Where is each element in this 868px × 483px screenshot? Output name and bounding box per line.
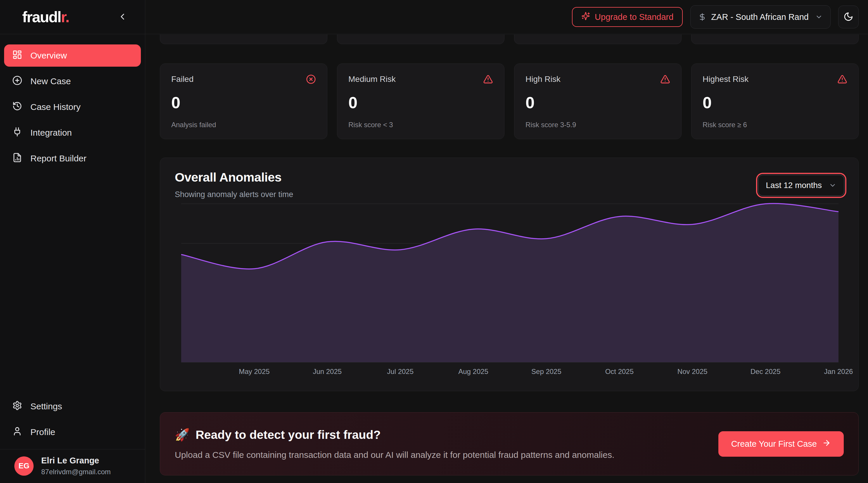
sidebar-item-overview[interactable]: Overview: [4, 44, 141, 67]
chart-title: Overall Anomalies: [175, 170, 281, 184]
user-email: 87elrivdm@gmail.com: [41, 468, 111, 476]
x-axis-tick: Dec 2025: [750, 367, 781, 376]
dashboard-icon: [12, 50, 22, 62]
sidebar-collapse-button[interactable]: [118, 12, 127, 23]
x-axis-labels: May 2025Jun 2025Jul 2025Aug 2025Sep 2025…: [181, 367, 838, 378]
sidebar: fraudlr. Overview New Case Case History: [0, 0, 145, 483]
sidebar-item-label: Integration: [30, 128, 72, 138]
plug-icon: [12, 127, 22, 139]
stat-value: 0: [348, 94, 493, 111]
topbar: Upgrade to Standard ZAR - South African …: [145, 0, 868, 34]
stat-title: Failed: [171, 74, 193, 84]
stat-title: Highest Risk: [703, 74, 748, 84]
sparkles-icon: [581, 12, 590, 23]
warning-triangle-icon: [483, 74, 493, 84]
sidebar-item-report-builder[interactable]: Report Builder: [4, 147, 141, 170]
history-icon: [12, 101, 22, 113]
stat-value: 0: [703, 94, 847, 111]
cut-off-card: [160, 34, 327, 44]
x-axis-tick: May 2025: [239, 367, 270, 376]
cut-off-card: [514, 34, 682, 44]
first-fraud-banner: 🚀 Ready to detect your first fraud? Uplo…: [160, 412, 859, 475]
stat-card-failed: Failed 0 Analysis failed: [160, 63, 327, 139]
stat-card-medium-risk: Medium Risk 0 Risk score < 3: [337, 63, 504, 139]
stat-subtitle: Analysis failed: [171, 121, 316, 129]
cut-off-card-row: [160, 34, 859, 44]
sidebar-item-integration[interactable]: Integration: [4, 122, 141, 144]
sidebar-header: fraudlr.: [0, 0, 145, 34]
create-first-case-label: Create Your First Case: [731, 439, 817, 449]
sidebar-item-new-case[interactable]: New Case: [4, 70, 141, 92]
gear-icon: [12, 400, 22, 413]
stat-title: Medium Risk: [348, 74, 396, 84]
circle-x-icon: [306, 74, 316, 84]
stat-value: 0: [525, 94, 670, 111]
cut-off-card: [691, 34, 859, 44]
x-axis-tick: Jul 2025: [387, 367, 413, 376]
user-profile-row[interactable]: EG Elri Le Grange 87elrivdm@gmail.com: [0, 449, 145, 483]
rocket-emoji: 🚀: [175, 428, 190, 442]
brand-logo-white: fraudl: [22, 8, 61, 25]
time-range-select[interactable]: Last 12 months: [758, 175, 844, 196]
main-content: Failed 0 Analysis failed Medium Risk 0 R…: [145, 34, 868, 483]
user-name: Elri Le Grange: [41, 456, 111, 465]
stat-value: 0: [171, 94, 316, 111]
file-chart-icon: [12, 153, 22, 164]
x-axis-tick: Jan 2026: [824, 367, 853, 376]
upgrade-button-label: Upgrade to Standard: [595, 12, 673, 22]
chart-subtitle: Showing anomaly alerts over time: [175, 190, 293, 199]
banner-description: Upload a CSV file containing transaction…: [175, 450, 614, 460]
sidebar-item-case-history[interactable]: Case History: [4, 96, 141, 118]
sidebar-item-label: New Case: [30, 76, 71, 86]
stat-subtitle: Risk score 3-5.9: [525, 121, 670, 129]
x-axis-tick: Sep 2025: [531, 367, 561, 376]
stat-card-highest-risk: Highest Risk 0 Risk score ≥ 6: [691, 63, 859, 139]
cut-off-card: [337, 34, 504, 44]
banner-title-text: Ready to detect your first fraud?: [195, 428, 380, 442]
brand-logo: fraudlr.: [22, 8, 69, 26]
warning-triangle-icon: [660, 74, 670, 84]
sidebar-item-settings[interactable]: Settings: [4, 395, 141, 418]
chevron-down-icon: [829, 182, 836, 189]
time-range-value: Last 12 months: [766, 181, 822, 190]
currency-select[interactable]: ZAR - South African Rand: [690, 5, 831, 29]
banner-title: 🚀 Ready to detect your first fraud?: [175, 428, 380, 442]
anomalies-chart-card: Overall Anomalies Showing anomaly alerts…: [160, 158, 859, 391]
x-axis-tick: Aug 2025: [458, 367, 488, 376]
currency-select-value: ZAR - South African Rand: [711, 12, 809, 22]
anomalies-chart-svg: [181, 204, 838, 362]
upgrade-button[interactable]: Upgrade to Standard: [572, 7, 683, 27]
x-axis-tick: Nov 2025: [677, 367, 708, 376]
avatar: EG: [14, 456, 34, 476]
anomalies-area-chart: [181, 204, 838, 362]
sidebar-item-label: Profile: [30, 427, 55, 437]
user-info: Elri Le Grange 87elrivdm@gmail.com: [41, 456, 111, 476]
stats-row: Failed 0 Analysis failed Medium Risk 0 R…: [160, 63, 859, 139]
stat-subtitle: Risk score < 3: [348, 121, 493, 129]
chevron-left-icon: [118, 12, 127, 23]
dollar-icon: [698, 13, 706, 21]
create-first-case-button[interactable]: Create Your First Case: [718, 431, 844, 457]
theme-toggle-button[interactable]: [838, 5, 859, 28]
sidebar-footer: Settings Profile EG Elri Le Grange 87elr…: [0, 395, 145, 483]
chevron-down-icon: [815, 13, 823, 21]
sidebar-nav: Overview New Case Case History Integrati…: [0, 44, 145, 170]
sidebar-item-label: Case History: [30, 102, 81, 112]
stat-title: High Risk: [525, 74, 561, 84]
stat-subtitle: Risk score ≥ 6: [703, 121, 847, 129]
x-axis-tick: Oct 2025: [605, 367, 633, 376]
sidebar-item-label: Report Builder: [30, 153, 87, 163]
sidebar-item-profile[interactable]: Profile: [4, 421, 141, 443]
warning-triangle-icon: [837, 74, 847, 84]
brand-logo-accent: r.: [61, 8, 69, 25]
user-icon: [12, 426, 22, 438]
plus-circle-icon: [12, 76, 22, 87]
moon-icon: [843, 12, 854, 23]
x-axis-tick: Jun 2025: [313, 367, 342, 376]
stat-card-high-risk: High Risk 0 Risk score 3-5.9: [514, 63, 682, 139]
sidebar-item-label: Overview: [30, 51, 67, 61]
sidebar-item-label: Settings: [30, 401, 62, 411]
arrow-right-icon: [822, 439, 831, 449]
